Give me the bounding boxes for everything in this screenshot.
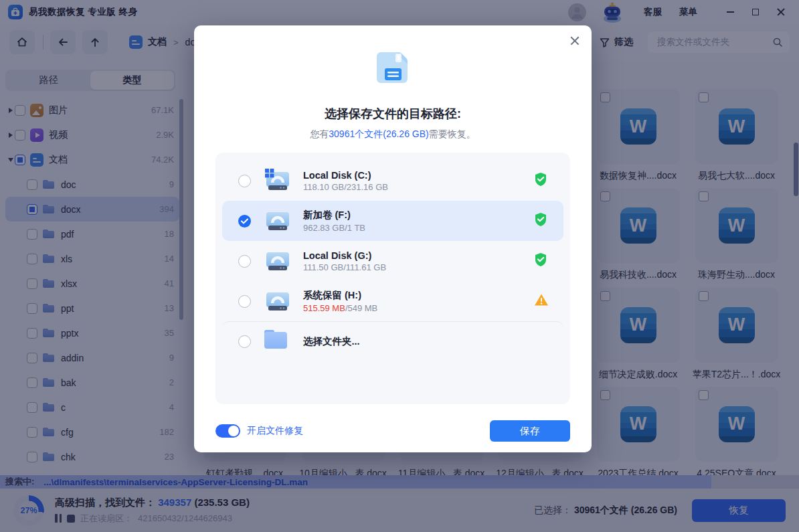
drive-icon: [264, 209, 291, 233]
file-repair-label: 开启文件修复: [247, 425, 303, 437]
subtitle-suffix: 需要恢复。: [429, 128, 476, 139]
drive-row-4[interactable]: 系统保留 (H:)515.59 MB/549 MB: [222, 281, 563, 321]
shield-ok-icon: [534, 212, 547, 230]
file-repair-toggle[interactable]: [215, 424, 240, 438]
dialog-footer: 开启文件修复 保存: [215, 420, 570, 442]
drive-size: 962.83 GB/1 TB: [303, 223, 534, 233]
drive-icon: [264, 289, 291, 313]
shield-ok-icon: [534, 252, 547, 270]
drive-row-2[interactable]: 新加卷 (F:)962.83 GB/1 TB: [222, 201, 563, 241]
drive-name: Local Disk (C:): [303, 170, 534, 181]
shield-ok-icon: [534, 172, 547, 189]
drive-row-3[interactable]: Local Disk (G:)111.50 GB/111.61 GB: [222, 241, 563, 281]
drive-radio[interactable]: [238, 295, 251, 308]
save-path-dialog: 选择保存文件的目标路径: 您有30961个文件(26.26 GB)需要恢复。 L…: [194, 25, 592, 452]
save-button[interactable]: 保存: [490, 420, 570, 442]
drive-size: 515.59 MB/549 MB: [303, 303, 534, 313]
subtitle-highlight: 30961个文件(26.26 GB): [329, 128, 428, 139]
dialog-close-button[interactable]: [569, 35, 581, 47]
drive-name: 系统保留 (H:): [303, 289, 534, 302]
drive-radio[interactable]: [238, 255, 251, 268]
choose-folder-row[interactable]: 选择文件夹...: [222, 321, 563, 361]
drive-icon: [264, 169, 291, 193]
drive-size: 118.10 GB/231.16 GB: [303, 182, 534, 192]
folder-icon: [264, 330, 291, 354]
dialog-subtitle: 您有30961个文件(26.26 GB)需要恢复。: [194, 128, 592, 141]
drive-name: 选择文件夹...: [303, 335, 534, 348]
drive-name: 新加卷 (F:): [303, 209, 534, 221]
app-window: 易我数据恢复 专业版 终身 客服 菜单: [0, 0, 799, 532]
drive-icon: [264, 249, 291, 273]
subtitle-prefix: 您有: [310, 128, 329, 139]
drive-radio[interactable]: [238, 175, 251, 187]
drive-size: 111.50 GB/111.61 GB: [303, 262, 534, 272]
save-disk-icon: [373, 48, 412, 90]
drive-row-1[interactable]: Local Disk (C:)118.10 GB/231.16 GB: [222, 161, 563, 201]
dialog-title: 选择保存文件的目标路径:: [194, 106, 592, 122]
drive-name: Local Disk (G:): [303, 250, 534, 261]
drive-list: Local Disk (C:)118.10 GB/231.16 GB新加卷 (F…: [215, 153, 570, 404]
drive-radio[interactable]: [238, 215, 251, 228]
drive-radio[interactable]: [238, 335, 251, 348]
warning-icon: [534, 293, 547, 309]
